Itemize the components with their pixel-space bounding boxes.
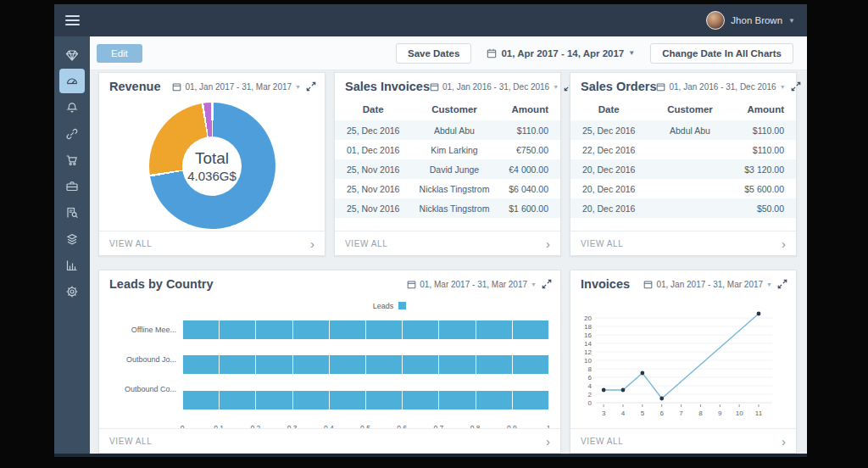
- edit-button[interactable]: Edit: [97, 44, 142, 63]
- expand-icon[interactable]: [777, 279, 787, 289]
- y-tick-label: 10: [584, 357, 592, 365]
- sidebar-item-gem[interactable]: [59, 42, 85, 67]
- invoices-line-chart: 0246810121416182034567891011: [574, 301, 789, 426]
- cell-amount: $110.00: [498, 120, 560, 140]
- sidebar-item-cart[interactable]: [59, 148, 85, 172]
- card-sales-invoices: Sales Invoices 01, Jan 2016 - 31, Dec 20…: [334, 72, 561, 256]
- cell-amount: $50.00: [733, 198, 796, 218]
- table-row: 25, Nov 2016Nicklas Tingstrom$1 600.00: [335, 198, 560, 218]
- y-tick-label: 16: [584, 332, 592, 339]
- cell-date: 25, Nov 2016: [335, 198, 411, 218]
- cell-customer: [647, 179, 732, 198]
- card-date-range-picker[interactable]: 01, Jan 2017 - 31, Mar 2017▼: [172, 82, 301, 92]
- bar-category-label: Outbound Jo...: [108, 344, 182, 374]
- calendar-icon: [643, 280, 653, 289]
- x-tick-label: 6: [659, 410, 664, 417]
- card-date-range-picker[interactable]: 01, Jan 2017 - 31, Mar 2017▼: [643, 280, 772, 289]
- cell-amount: €750.00: [498, 140, 560, 159]
- column-header: Date: [570, 100, 647, 120]
- donut-total-label: Total: [195, 149, 229, 168]
- x-tick-label: 5: [641, 410, 645, 417]
- chevron-right-icon: ›: [310, 237, 314, 250]
- sidebar-item-bell[interactable]: [59, 95, 85, 120]
- sidebar-item-dashboard[interactable]: [59, 69, 85, 93]
- gem-icon: [65, 48, 79, 62]
- top-navbar: Jhon Brown ▼: [54, 4, 807, 36]
- bar: [182, 320, 548, 339]
- cell-date: 22, Dec 2016: [570, 140, 647, 159]
- global-date-range-picker[interactable]: 01, Apr 2017 - 14, Apr 2017 ▼: [487, 48, 635, 58]
- table-row: 20, Dec 2016$3 120.00: [570, 159, 796, 179]
- cart-icon: [65, 153, 79, 167]
- chevron-right-icon: ›: [782, 237, 786, 250]
- chevron-right-icon: ›: [546, 237, 550, 250]
- sidebar-item-gear[interactable]: [59, 279, 85, 304]
- donut-total-value: 4.036G$: [187, 169, 236, 183]
- cell-amount: $110.00: [733, 120, 796, 140]
- data-point: [621, 388, 626, 393]
- cell-customer: [647, 198, 732, 218]
- change-date-all-charts-button[interactable]: Change Date In All Charts: [650, 43, 793, 64]
- global-date-range-label: 01, Apr 2017 - 14, Apr 2017: [501, 48, 624, 58]
- x-tick-label: 9: [718, 410, 722, 417]
- bar-category-label: Outbound Co...: [108, 374, 182, 404]
- calendar-icon: [430, 82, 439, 92]
- cell-date: 20, Dec 2016: [570, 179, 647, 198]
- bell-icon: [65, 101, 79, 114]
- save-dates-button[interactable]: Save Dates: [396, 43, 471, 64]
- card-date-range-picker[interactable]: 01, Mar 2017 - 31, Mar 2017▼: [407, 280, 537, 289]
- card-title: Sales Invoices: [345, 80, 430, 93]
- x-tick-label: 10: [736, 410, 743, 417]
- y-tick-label: 4: [588, 382, 593, 390]
- chevron-down-icon: ▼: [628, 49, 635, 57]
- view-all-button[interactable]: VIEW ALL›: [99, 231, 325, 255]
- card-revenue: Revenue 01, Jan 2017 - 31, Mar 2017▼: [98, 72, 326, 256]
- view-all-button[interactable]: VIEW ALL›: [335, 231, 560, 255]
- data-point: [757, 312, 761, 316]
- table-row: 25, Dec 2016Abdul Abu$110.00: [335, 120, 560, 140]
- x-tick-label: 11: [755, 410, 763, 417]
- cell-amount: $110.00: [733, 140, 796, 159]
- card-sales-orders: Sales Orders 01, Jan 2016 - 31, Dec 2016…: [570, 72, 797, 256]
- table-row: 25, Dec 2016Abdul Abu$110.00: [570, 120, 796, 140]
- x-tick-label: 4: [621, 410, 626, 417]
- table-row: 25, Nov 2016Nicklas Tingstrom$6 040.00: [335, 179, 560, 198]
- gear-icon: [65, 285, 79, 298]
- table-row: 25, Nov 2016David Junge€4 000.00: [335, 159, 560, 179]
- expand-icon[interactable]: [791, 81, 801, 92]
- sidebar-item-layers[interactable]: [59, 226, 85, 251]
- cell-amount: $5 600.00: [733, 179, 796, 198]
- expand-icon[interactable]: [542, 279, 552, 289]
- user-menu[interactable]: Jhon Brown ▼: [706, 11, 807, 30]
- card-title: Leads by Country: [109, 277, 213, 291]
- cell-amount: €4 000.00: [498, 159, 560, 179]
- doc-search-icon: [65, 206, 79, 220]
- card-date-range-picker[interactable]: 01, Jan 2016 - 31, Dec 2016▼: [656, 82, 785, 92]
- y-tick-label: 12: [584, 348, 592, 356]
- user-name: Jhon Brown: [731, 15, 782, 25]
- cell-amount: $1 600.00: [498, 198, 560, 218]
- chevron-down-icon: ▼: [788, 17, 795, 25]
- cell-customer: David Junge: [411, 159, 497, 179]
- cell-customer: Abdul Abu: [411, 120, 497, 140]
- y-tick-label: 20: [584, 315, 592, 322]
- cell-customer: [647, 159, 732, 179]
- bar-chart-icon: [65, 259, 79, 272]
- y-tick-label: 8: [588, 365, 593, 373]
- table-row: 20, Dec 2016$50.00: [570, 198, 796, 218]
- view-all-button[interactable]: VIEW ALL›: [99, 428, 560, 453]
- cell-customer: [647, 140, 732, 159]
- column-header: Customer: [411, 100, 497, 120]
- expand-icon[interactable]: [306, 81, 316, 92]
- y-tick-label: 18: [584, 323, 592, 331]
- sidebar-item-doc-search[interactable]: [59, 200, 85, 225]
- menu-toggle-icon[interactable]: [54, 15, 90, 25]
- view-all-button[interactable]: VIEW ALL›: [570, 428, 796, 453]
- sidebar-item-bar-chart[interactable]: [59, 253, 85, 277]
- calendar-icon: [407, 280, 416, 289]
- cell-date: 25, Dec 2016: [335, 120, 411, 140]
- sidebar-item-briefcase[interactable]: [59, 174, 85, 198]
- view-all-button[interactable]: VIEW ALL›: [570, 231, 796, 255]
- sidebar-item-link[interactable]: [59, 121, 85, 146]
- card-date-range-picker[interactable]: 01, Jan 2016 - 31, Dec 2016▼: [430, 82, 559, 92]
